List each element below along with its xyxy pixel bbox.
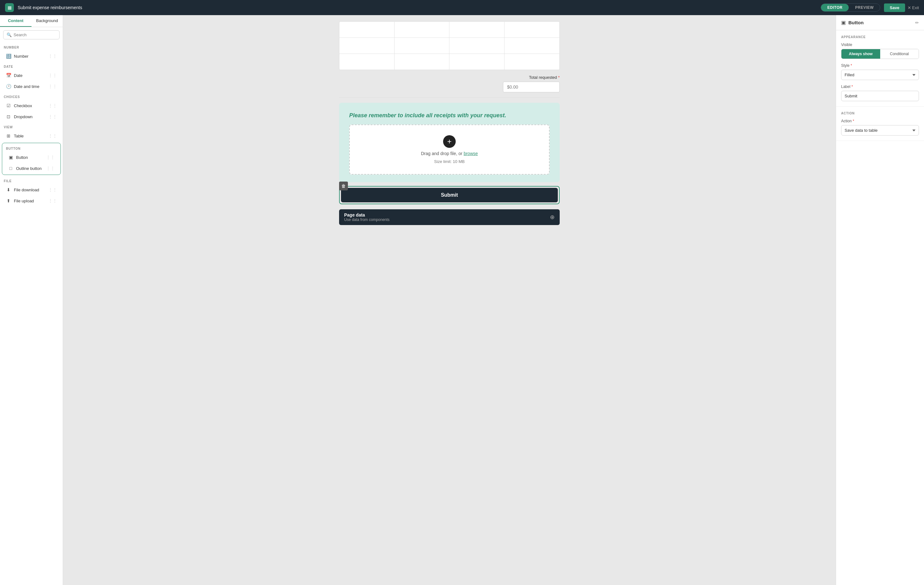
canvas: Total requested * Please remember to inc… — [63, 15, 836, 585]
button-icon: ▣ — [8, 154, 13, 160]
total-label: Total requested * — [529, 75, 560, 80]
sidebar-item-number[interactable]: 🔢 Number ⋮⋮ — [2, 51, 61, 61]
table-cell — [340, 38, 394, 54]
table-cell — [449, 38, 505, 54]
upload-area[interactable]: + Drag and drop file, or browse Size lim… — [349, 124, 549, 175]
date-icon: 📅 — [6, 73, 12, 78]
table-row — [340, 54, 559, 69]
exit-button[interactable]: ✕ Exit — [908, 5, 919, 10]
editor-preview-toggle[interactable]: EDITOR PREVIEW — [821, 3, 880, 12]
drag-handle-file-download[interactable]: ⋮⋮ — [48, 187, 57, 192]
page-data-bar[interactable]: Page data Use data from components ⊕ — [339, 209, 560, 225]
table-cell — [505, 54, 560, 69]
table-cell — [340, 54, 394, 69]
sidebar-search-area: 🔍 — [0, 27, 63, 43]
drag-handle-date-time[interactable]: ⋮⋮ — [48, 84, 57, 89]
number-icon: 🔢 — [6, 53, 12, 59]
table-cell — [394, 22, 450, 38]
page-data-subtitle: Use data from components — [344, 218, 389, 222]
table-row — [340, 38, 559, 54]
drag-handle-checkbox[interactable]: ⋮⋮ — [48, 103, 57, 108]
action-select[interactable]: Save data to table Navigate to URL Custo… — [841, 125, 919, 136]
panel-edit-icon[interactable]: ✏ — [915, 20, 919, 25]
drag-handle-file-upload[interactable]: ⋮⋮ — [48, 198, 57, 203]
sidebar-item-date[interactable]: 📅 Date ⋮⋮ — [2, 70, 61, 81]
panel-header: ▣ Button ✏ — [836, 15, 924, 30]
delete-button[interactable]: 🗑 — [339, 182, 348, 190]
sidebar-item-checkbox-label: Checkbox — [14, 103, 46, 108]
sidebar-item-outline-button[interactable]: □ Outline button ⋮⋮ — [4, 163, 59, 174]
total-section: Total requested * — [339, 75, 560, 93]
sidebar-section-view: VIEW ⊞ Table ⋮⋮ — [0, 122, 63, 142]
search-input[interactable] — [13, 33, 56, 37]
sidebar-item-table-label: Table — [14, 134, 46, 138]
drag-handle-button[interactable]: ⋮⋮ — [46, 155, 55, 160]
topbar-actions: Save ✕ Exit — [884, 3, 919, 12]
upload-browse-link[interactable]: browse — [464, 151, 478, 156]
sidebar-item-file-upload[interactable]: ⬆ File upload ⋮⋮ — [2, 195, 61, 206]
section-label-file: FILE — [0, 176, 63, 184]
sidebar-section-button: BUTTON ▣ Button ⋮⋮ □ Outline button ⋮⋮ — [2, 143, 61, 175]
visibility-toggle[interactable]: Always show Conditional — [841, 49, 919, 59]
always-show-toggle[interactable]: Always show — [842, 49, 880, 59]
panel-appearance-section: APPEARANCE Visible Always show Condition… — [836, 30, 924, 107]
visible-label: Visible — [841, 43, 919, 47]
table-cell — [449, 22, 505, 38]
section-label-date: DATE — [0, 62, 63, 69]
tab-background[interactable]: Background — [31, 15, 63, 27]
label-field-label: Label * — [841, 84, 919, 89]
conditional-toggle[interactable]: Conditional — [880, 49, 919, 59]
sidebar-item-date-time[interactable]: 🕐 Date and time ⋮⋮ — [2, 81, 61, 92]
file-upload-icon: ⬆ — [6, 198, 12, 203]
sidebar-item-file-download[interactable]: ⬇ File download ⋮⋮ — [2, 184, 61, 195]
sidebar-section-file: FILE ⬇ File download ⋮⋮ ⬆ File upload ⋮⋮ — [0, 176, 63, 207]
table-cell — [340, 22, 394, 38]
preview-tab[interactable]: PREVIEW — [849, 4, 880, 12]
save-button[interactable]: Save — [884, 3, 905, 12]
info-text: Please remember to include all receipts … — [349, 112, 549, 119]
left-sidebar: Content Background 🔍 NUMBER 🔢 Number ⋮⋮ … — [0, 15, 63, 585]
search-box: 🔍 — [3, 30, 59, 40]
style-label: Style * — [841, 63, 919, 68]
editor-tab[interactable]: EDITOR — [821, 4, 849, 12]
drag-handle-date[interactable]: ⋮⋮ — [48, 73, 57, 78]
page-data-title: Page data — [344, 212, 389, 218]
checkbox-icon: ☑ — [6, 103, 12, 108]
sidebar-item-table[interactable]: ⊞ Table ⋮⋮ — [2, 131, 61, 141]
sidebar-section-choices: CHOICES ☑ Checkbox ⋮⋮ ⊡ Dropdown ⋮⋮ — [0, 92, 63, 122]
drag-handle-dropdown[interactable]: ⋮⋮ — [48, 114, 57, 119]
appearance-section-label: APPEARANCE — [841, 35, 919, 39]
tab-content[interactable]: Content — [0, 15, 31, 27]
panel-title: Button — [848, 20, 912, 25]
sidebar-item-checkbox[interactable]: ☑ Checkbox ⋮⋮ — [2, 100, 61, 111]
style-select[interactable]: Filled Outline — [841, 69, 919, 80]
submit-button[interactable]: Submit — [341, 188, 558, 202]
sidebar-item-dropdown[interactable]: ⊡ Dropdown ⋮⋮ — [2, 111, 61, 122]
sidebar-item-button-label: Button — [16, 155, 43, 160]
sidebar-item-date-time-label: Date and time — [14, 84, 46, 89]
sidebar-section-number: NUMBER 🔢 Number ⋮⋮ — [0, 43, 63, 62]
sidebar-tabs: Content Background — [0, 15, 63, 27]
search-icon: 🔍 — [7, 33, 12, 37]
table-cell — [394, 38, 450, 54]
sidebar-item-number-label: Number — [14, 54, 46, 59]
drag-handle-table[interactable]: ⋮⋮ — [48, 133, 57, 138]
topbar: ▦ Submit expense reimbursements EDITOR P… — [0, 0, 924, 15]
table-cell — [505, 22, 560, 38]
total-input[interactable] — [503, 82, 560, 93]
button-label-input[interactable] — [841, 91, 919, 101]
sidebar-item-button[interactable]: ▣ Button ⋮⋮ — [4, 152, 59, 163]
right-panel: ▣ Button ✏ APPEARANCE Visible Always sho… — [836, 15, 924, 585]
app-logo: ▦ — [5, 3, 14, 12]
section-label-choices: CHOICES — [0, 92, 63, 100]
file-download-icon: ⬇ — [6, 187, 12, 193]
page-data-expand-icon[interactable]: ⊕ — [550, 214, 554, 221]
sidebar-item-date-label: Date — [14, 73, 46, 78]
upload-plus-icon: + — [443, 135, 456, 148]
main-layout: Content Background 🔍 NUMBER 🔢 Number ⋮⋮ … — [0, 15, 924, 585]
table-cell — [505, 38, 560, 54]
drag-handle-number[interactable]: ⋮⋮ — [48, 54, 57, 59]
section-divider — [339, 98, 560, 98]
upload-description: Drag and drop file, or browse — [421, 151, 478, 156]
drag-handle-outline-button[interactable]: ⋮⋮ — [46, 166, 55, 171]
